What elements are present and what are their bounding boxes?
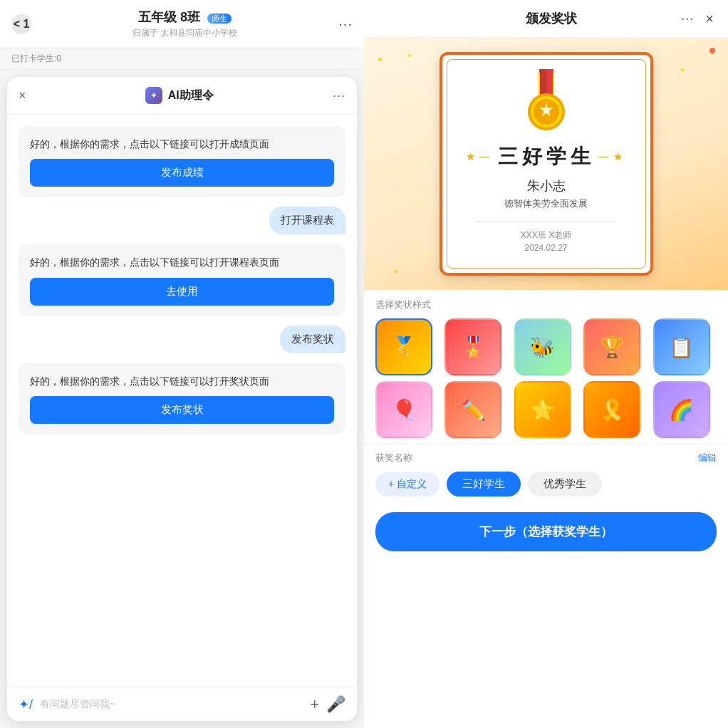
plus-icon[interactable]: +	[310, 695, 319, 714]
cert-class-info: XXX班 X老师	[521, 229, 571, 241]
class-subtitle: 归属于 太和县闫庙中小学校	[132, 27, 237, 39]
certificate-card: ★— 三好学生 —★ 朱小志 德智体美劳全面发展 XXX班 X老师 2024.0…	[440, 52, 653, 276]
style-selector-section: 选择奖状样式 🥇 🎖️ 🐝 🏆 📋 🎈 ✏️ ⭐ 🎗️ 🌈	[364, 290, 728, 444]
cert-title-deco-right: —★	[599, 151, 627, 162]
style-item-bee[interactable]: 🐝	[514, 318, 571, 375]
star-deco-2: ✦	[680, 66, 685, 74]
award-name-section: 获奖名称 编辑 + 自定义 三好学生 优秀学生	[364, 444, 728, 502]
ai-footer: ✦/ 有问题尽管问我~ + 🎤	[7, 687, 357, 721]
ai-logo-icon: ✦	[145, 87, 162, 104]
award-header-right: ··· ×	[681, 11, 714, 27]
style-item-trophy[interactable]: 🏆	[583, 318, 640, 375]
ai-panel: × ✦ AI助理令 ··· 好的，根据你的需求，点击以下链接可以打开成绩页面 发…	[7, 77, 357, 721]
ai-message-2: 好的，根据你的需求，点击以下链接可以打开课程表页面 去使用	[19, 244, 345, 315]
style-item-balloon[interactable]: 🎈	[375, 381, 432, 438]
cert-date: 2024.02.27	[524, 243, 567, 253]
user-message-1: 打开课程表	[269, 207, 345, 234]
class-title: 五年级 8班	[138, 10, 200, 24]
ai-message-3: 好的，根据你的需求，点击以下链接可以打开奖状页面 发布奖状	[19, 363, 345, 434]
award-header: 颁发奖状 ··· ×	[364, 0, 728, 38]
award-tag-sanhao[interactable]: 三好学生	[447, 472, 521, 496]
ai-header: × ✦ AI助理令 ···	[7, 77, 357, 115]
ai-message-1: 好的，根据你的需求，点击以下链接可以打开成绩页面 发布成绩	[19, 126, 345, 197]
award-tags: + 自定义 三好学生 优秀学生	[375, 472, 717, 496]
style-grid: 🥇 🎖️ 🐝 🏆 📋 🎈 ✏️ ⭐ 🎗️ 🌈	[375, 318, 717, 438]
star-deco-1: ✦	[407, 52, 412, 60]
award-tag-youxiu[interactable]: 优秀学生	[528, 472, 602, 496]
class-info-row: 已打卡学生:0	[0, 48, 364, 70]
ai-close-button[interactable]: ×	[19, 88, 26, 103]
medal-icon	[514, 69, 578, 136]
cert-description: 德智体美劳全面发展	[504, 197, 588, 210]
star-deco-3: ✦	[392, 268, 398, 276]
go-use-button[interactable]: 去使用	[30, 278, 334, 306]
mic-icon[interactable]: 🎤	[326, 695, 345, 714]
user-message-2: 发布奖状	[280, 326, 345, 353]
award-name-header: 获奖名称 编辑	[375, 452, 717, 464]
style-item-rainbow[interactable]: 🌈	[653, 381, 710, 438]
next-step-button[interactable]: 下一步（选择获奖学生）	[375, 512, 717, 551]
left-panel: < 1 五年级 8班 师生 归属于 太和县闫庙中小学校 ··· 已打卡学生:0 …	[0, 0, 364, 728]
class-title-wrap: 五年级 8班 师生 归属于 太和县闫庙中小学校	[132, 9, 237, 39]
ai-input-placeholder[interactable]: 有问题尽管问我~	[40, 698, 303, 711]
cert-title: ★— 三好学生 —★	[466, 143, 627, 170]
cert-recipient-name: 朱小志	[527, 177, 566, 194]
cert-title-deco-left: ★—	[466, 151, 494, 162]
publish-award-button[interactable]: 发布奖状	[30, 396, 334, 424]
award-panel-title: 颁发奖状	[526, 10, 577, 27]
publish-score-button[interactable]: 发布成绩	[30, 159, 334, 187]
award-close-button[interactable]: ×	[705, 11, 714, 27]
style-item-medal[interactable]: 🥇	[375, 318, 432, 375]
certificate-preview: ✦ ✦ ✦	[364, 38, 728, 290]
class-badge: 师生	[207, 14, 232, 24]
ai-more-icon[interactable]: ···	[333, 88, 345, 103]
back-button[interactable]: < 1	[11, 14, 31, 34]
class-more-icon[interactable]: ···	[338, 16, 353, 32]
award-edit-button[interactable]: 编辑	[698, 452, 717, 464]
magic-icon: ✦/	[19, 697, 33, 712]
ai-title: AI助理令	[168, 88, 214, 103]
award-more-icon[interactable]: ···	[681, 11, 694, 26]
award-name-label: 获奖名称	[375, 452, 412, 464]
cert-divider	[477, 222, 615, 222]
style-item-pencil[interactable]: ✏️	[444, 381, 501, 438]
ai-content: 好的，根据你的需求，点击以下链接可以打开成绩页面 发布成绩 打开课程表 好的，根…	[7, 115, 357, 687]
style-item-stars[interactable]: ⭐	[514, 381, 571, 438]
ai-title-wrap: ✦ AI助理令	[145, 87, 214, 104]
style-item-simple[interactable]: 📋	[653, 318, 710, 375]
right-panel: 颁发奖状 ··· × ✦ ✦ ✦	[364, 0, 728, 728]
style-selector-label: 选择奖状样式	[375, 298, 717, 311]
style-item-gold[interactable]: 🎗️	[583, 381, 640, 438]
award-custom-tag[interactable]: + 自定义	[375, 472, 440, 496]
class-header: < 1 五年级 8班 师生 归属于 太和县闫庙中小学校 ···	[0, 0, 364, 48]
style-item-frame[interactable]: 🎖️	[444, 318, 501, 375]
